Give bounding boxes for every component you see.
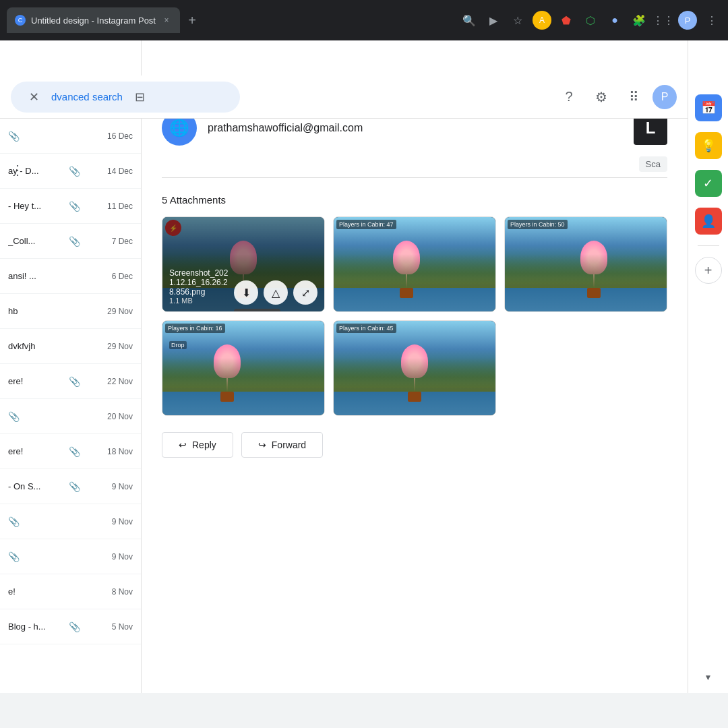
game-screenshot-bg-5: Players in Cabin: 45 [334,321,495,415]
tasks-panel-button[interactable]: ✓ [695,170,722,197]
share-button[interactable]: ⤢ [293,280,317,305]
email-item[interactable]: Blog - h... 📎 5 Nov [0,609,141,644]
extension2-icon[interactable]: ⬡ [581,11,600,30]
attachment-icon: 📎 [69,236,80,247]
download-tooltip: Download [234,309,280,311]
email-list-sidebar: ⋮ 📎 18:31 📎 16 Dec ay - D... 📎 14 Dec - … [0,40,142,693]
game-info-text: Players in Cabin: 47 [336,220,396,229]
right-panel-divider [698,245,719,246]
keep-panel-button[interactable]: 💡 [695,132,722,159]
profile-avatar[interactable]: P [678,11,697,30]
email-time: 8 Nov [112,587,133,597]
bookmark-icon[interactable]: ☆ [508,11,527,30]
filter-button[interactable]: ⊟ [128,85,152,109]
attachment-card-5[interactable]: Players in Cabin: 45 [333,320,496,416]
chrome-browser-bar: C Untitled design - Instagram Post × + 🔍… [0,0,728,40]
email-time: 5 Nov [112,622,133,632]
game-terrain [334,254,495,288]
save-to-drive-button[interactable]: △ [264,280,288,305]
help-button[interactable]: ? [555,84,582,111]
advanced-search-label: dvanced search [51,91,123,102]
game-terrain [334,358,495,392]
gmail-profile-avatar[interactable]: P [653,85,677,109]
email-item[interactable]: _Coll... 📎 7 Dec [0,224,141,259]
email-time: 29 Nov [107,342,133,351]
extension3-icon[interactable]: ● [605,11,624,30]
search-nav-icon[interactable]: 🔍 [460,11,479,30]
reply-button[interactable]: ↩ Reply [162,432,233,458]
email-item[interactable]: ere! 📎 22 Nov [0,364,141,399]
email-item[interactable]: 📎 20 Nov [0,399,141,434]
sidebar-more-menu[interactable]: ⋮ [11,162,24,178]
attachment-preview-3: Players in Cabin: 50 [505,217,667,311]
more-menu-icon[interactable]: ⋮ [702,11,721,30]
email-time: 7 Dec [112,237,133,246]
new-tab-button[interactable]: + [183,11,202,30]
apps-button[interactable]: ⠿ [620,84,647,111]
gmail-layout: ⋮ 📎 18:31 📎 16 Dec ay - D... 📎 14 Dec - … [0,40,728,693]
tab-favicon: C [15,15,26,26]
attachment-preview-1: ⚡ [162,217,324,311]
email-item[interactable]: 📎 9 Nov [0,504,141,539]
contacts-icon: 👤 [701,214,716,229]
game-info-text: Players in Cabin: 16 [165,324,225,333]
attachment-preview-2: Players in Cabin: 47 [334,217,495,311]
forward-button[interactable]: ↪ Forward [241,432,323,458]
attachment-action-overlay: Screenshot_2021.12.16_16.26.28.856.png 1… [162,217,324,311]
browser-tab[interactable]: C Untitled design - Instagram Post × [7,7,180,33]
settings-nav-icon[interactable]: ⋮⋮ [654,11,673,30]
attachments-section: 5 Attachments ⚡ [162,194,667,416]
calendar-panel-button[interactable]: 📅 [695,94,722,121]
attachment-card-3[interactable]: Players in Cabin: 50 [504,216,667,312]
attachment-icon: 📎 [69,481,80,492]
email-item[interactable]: ansi! ... 6 Dec [0,259,141,294]
settings-button[interactable]: ⚙ [588,84,615,111]
email-divider [162,177,667,178]
extension1-icon[interactable]: ⬟ [557,11,576,30]
email-sender: ere! [8,446,69,456]
account-icon[interactable]: A [533,11,551,30]
email-item[interactable]: 📎 16 Dec [0,119,141,154]
attachment-file-info: Screenshot_2021.12.16_16.26.28.856.png 1… [169,268,234,305]
game-water [162,388,324,415]
email-item[interactable]: - Hey t... 📎 11 Dec [0,189,141,224]
reply-label: Reply [192,439,216,450]
attachment-icon: 📎 [69,201,80,212]
forward-label: Forward [272,439,306,450]
email-item[interactable]: ere! 📎 18 Nov [0,434,141,469]
email-item[interactable]: e! 8 Nov [0,574,141,609]
tab-close-button[interactable]: × [161,15,172,26]
attachment-icon: 📎 [8,551,20,562]
sender-info: prathamshawofficial@gmail.com [208,122,623,134]
email-time: 9 Nov [112,517,133,526]
reply-arrow-icon: ↩ [179,439,187,450]
download-button[interactable]: ⬇ Download [234,280,258,305]
email-item[interactable]: dvkfvjh 29 Nov [0,329,141,364]
email-sender: hb [8,306,69,316]
attachment-card-2[interactable]: Players in Cabin: 47 [333,216,496,312]
email-item[interactable]: 📎 9 Nov [0,539,141,574]
play-icon[interactable]: ▶ [484,11,503,30]
email-sender: ansi! ... [8,271,69,281]
attachment-card-1[interactable]: ⚡ [162,216,325,312]
attachment-card-4[interactable]: Players in Cabin: 16 Drop [162,320,325,416]
attachment-icon: 📎 [69,376,80,387]
contacts-panel-button[interactable]: 👤 [695,208,722,235]
email-time: 9 Nov [112,482,133,491]
tab-title: Untitled design - Instagram Post [31,16,156,26]
game-screenshot-bg-2: Players in Cabin: 47 [334,217,495,311]
attachment-icon: 📎 [69,166,80,177]
attachment-icon: 📎 [69,446,80,457]
search-bar[interactable]: ✕ dvanced search ⊟ [11,82,240,113]
email-time: 16 Dec [107,131,133,141]
search-close-button[interactable]: ✕ [22,85,46,109]
email-time: 20 Nov [107,412,133,421]
email-item[interactable]: hb 29 Nov [0,294,141,329]
email-time: 11 Dec [107,202,133,211]
add-panel-button[interactable]: + [695,257,722,284]
email-content-area: 🌐 prathamshawofficial@gmail.com L Sca 5 … [142,84,688,693]
empty-grid-cell [504,320,667,416]
extensions-btn[interactable]: 🧩 [630,11,648,30]
email-item[interactable]: - On S... 📎 9 Nov [0,469,141,504]
game-screenshot-bg-4: Players in Cabin: 16 Drop [162,321,324,415]
